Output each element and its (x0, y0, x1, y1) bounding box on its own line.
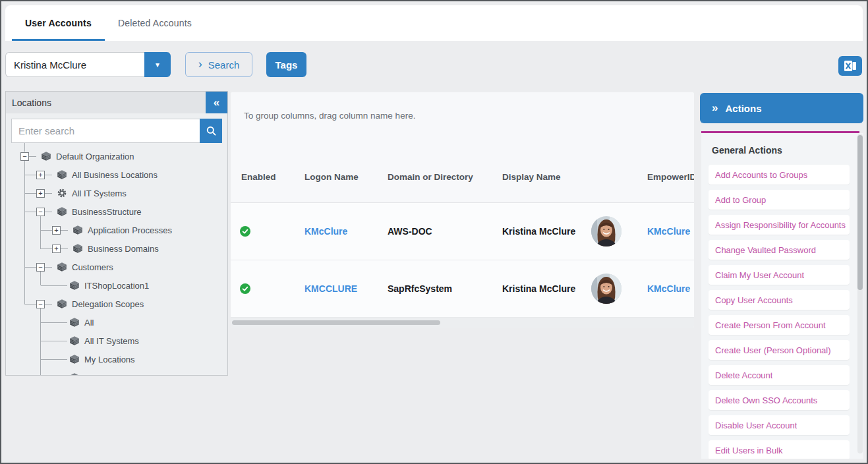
tree-expander-minus-icon[interactable]: − (36, 208, 45, 216)
action-item[interactable]: Edit Users in Bulk (709, 440, 850, 459)
tree-expander-plus-icon[interactable]: + (52, 245, 61, 253)
search-button[interactable]: › Search (185, 52, 252, 77)
account-search-input[interactable] (5, 52, 144, 77)
org-cube-icon (69, 280, 80, 291)
org-cube-icon (57, 169, 67, 180)
locations-search-button[interactable] (200, 119, 222, 143)
actions-panel-header[interactable]: » Actions (700, 93, 863, 123)
tree-item-label[interactable]: All IT Systems (72, 188, 127, 198)
column-header-display-name[interactable]: Display Name (502, 172, 561, 182)
tree-item-label[interactable]: Application Processes (88, 225, 172, 235)
column-header-logon-name[interactable]: Logon Name (304, 172, 359, 182)
action-item-label[interactable]: Disable User Account (715, 420, 797, 430)
tree-expander-plus-icon[interactable]: + (52, 226, 61, 235)
action-item[interactable]: Create User (Person Optional) (709, 340, 850, 360)
app-window: User Accounts Deleted Accounts ▼ › Searc… (0, 0, 868, 464)
locations-panel: Locations « −Default Organizatio (5, 91, 228, 376)
collapse-panel-button[interactable]: « (206, 92, 227, 113)
table-row: KMCCLURESapRfcSystemKristina McClureKMcC… (231, 260, 694, 318)
tree-item[interactable]: +Application Processes (6, 221, 227, 239)
magnifier-icon (206, 125, 217, 136)
tree-item-label[interactable]: Business Domains (88, 244, 159, 254)
locations-panel-title: Locations (12, 98, 51, 108)
tree-item-label[interactable]: ITShopLocation1 (84, 281, 149, 291)
tree-item-label[interactable]: Default Organization (56, 152, 134, 161)
tree-expander-minus-icon[interactable]: − (36, 263, 45, 272)
empowerid-login-link[interactable]: KMcClure (647, 283, 690, 294)
display-name-value: Kristina McClure (502, 283, 575, 294)
tree-item-label[interactable]: Customers (72, 262, 113, 272)
tree-item-label[interactable]: All IT Systems (84, 336, 139, 346)
column-header-enabled[interactable]: Enabled (241, 172, 276, 182)
tab-bar: User Accounts Deleted Accounts (5, 5, 863, 41)
tree-item[interactable]: +Business Domains (6, 239, 227, 258)
collapse-chevrons-icon: « (214, 96, 219, 109)
action-item-label[interactable]: Copy User Accounts (715, 295, 793, 305)
action-item[interactable]: Disable User Account (709, 415, 850, 435)
tree-item-label[interactable]: All (84, 318, 94, 328)
action-item-label[interactable]: Delete Account (715, 370, 772, 380)
action-item-label[interactable]: Add to Group (715, 195, 766, 205)
account-search-dropdown-button[interactable]: ▼ (144, 52, 171, 77)
action-item[interactable]: Copy User Accounts (709, 290, 850, 310)
tree-item-label[interactable]: My Locations (84, 355, 135, 364)
action-item[interactable]: Add Accounts to Groups (709, 165, 850, 185)
action-item-label[interactable]: Claim My User Account (715, 270, 804, 280)
locations-search-input[interactable] (11, 119, 200, 143)
action-item-label[interactable]: Assign Responsibility for Accounts (715, 220, 846, 230)
actions-section-title: General Actions (712, 145, 863, 156)
tree-expander-minus-icon[interactable]: − (20, 152, 29, 161)
column-header-domain-or-directory[interactable]: Domain or Directory (388, 172, 473, 182)
horizontal-scrollbar-thumb[interactable] (232, 320, 440, 325)
action-item[interactable]: Change Vaulted Password (709, 240, 850, 260)
action-item[interactable]: Delete Own SSO Accounts (709, 390, 850, 410)
org-cube-icon (57, 299, 67, 309)
action-item-label[interactable]: Change Vaulted Password (715, 245, 816, 255)
chevron-down-icon: ▼ (154, 61, 161, 69)
action-item-label[interactable]: Delete Own SSO Accounts (715, 395, 817, 405)
enabled-check-icon (240, 226, 250, 237)
action-item-label[interactable]: Create User (Person Optional) (715, 345, 831, 355)
tree-item-label[interactable]: MyOrg (84, 373, 110, 376)
tree-item[interactable]: My Locations (6, 350, 227, 368)
tree-item[interactable]: −Default Organization (6, 147, 227, 165)
tree-expander-plus-icon[interactable]: + (36, 171, 45, 179)
tree-item[interactable]: ITShopLocation1 (6, 276, 227, 295)
org-cube-icon (57, 262, 67, 272)
tree-expander-minus-icon[interactable]: − (36, 300, 45, 308)
tree-item[interactable]: −Delegation Scopes (6, 295, 227, 313)
locations-panel-header: Locations « (6, 92, 227, 113)
tree-expander-plus-icon[interactable]: + (36, 189, 45, 198)
action-item[interactable]: Claim My User Account (709, 265, 850, 285)
action-item-label[interactable]: Create Person From Account (715, 320, 826, 330)
logon-name-link[interactable]: KMCCLURE (304, 283, 357, 294)
org-cube-icon (69, 354, 80, 364)
tree-item[interactable]: +All IT Systems (6, 184, 227, 202)
action-item-label[interactable]: Add Accounts to Groups (715, 170, 807, 180)
tab-deleted-accounts[interactable]: Deleted Accounts (105, 5, 205, 41)
grid-header: To group columns, drag column name here.… (231, 92, 694, 203)
action-item[interactable]: Delete Account (709, 365, 850, 385)
column-header-empowerid[interactable]: EmpowerID (647, 172, 694, 182)
action-item[interactable]: Assign Responsibility for Accounts (709, 215, 850, 235)
logon-name-link[interactable]: KMcClure (304, 226, 347, 237)
tree-item[interactable]: All (6, 313, 227, 332)
locations-tree: −Default Organization+All Business Locat… (6, 143, 227, 375)
tree-item-label[interactable]: BusinessStructure (72, 207, 142, 217)
tree-item[interactable]: MyOrg (6, 368, 227, 375)
tree-item-label[interactable]: All Business Locations (72, 170, 158, 180)
excel-export-button[interactable] (838, 56, 862, 76)
tree-item-label[interactable]: Delegation Scopes (72, 299, 144, 309)
tree-item[interactable]: −BusinessStructure (6, 202, 227, 221)
tab-user-accounts[interactable]: User Accounts (12, 5, 105, 41)
empowerid-login-link[interactable]: KMcClure (647, 226, 690, 237)
tree-item[interactable]: All IT Systems (6, 332, 227, 350)
org-cube-icon (72, 243, 83, 254)
tree-item[interactable]: −Customers (6, 258, 227, 276)
vertical-scrollbar-thumb[interactable] (857, 135, 863, 290)
action-item[interactable]: Create Person From Account (709, 315, 850, 335)
action-item-label[interactable]: Edit Users in Bulk (715, 446, 783, 455)
action-item[interactable]: Add to Group (709, 190, 850, 210)
tags-button[interactable]: Tags (266, 52, 306, 77)
tree-item[interactable]: +All Business Locations (6, 165, 227, 184)
